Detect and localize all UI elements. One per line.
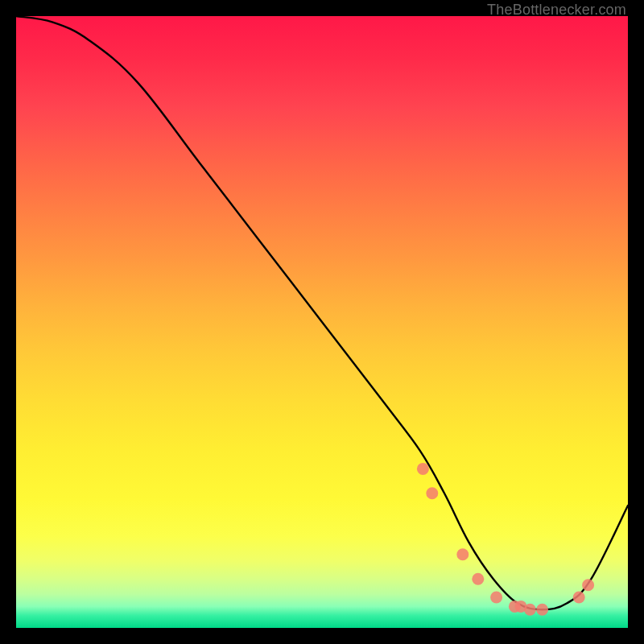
marker-dot (417, 463, 429, 475)
marker-dot (456, 548, 469, 560)
marker-dot (573, 592, 585, 604)
chart-svg (16, 16, 628, 628)
marker-dot (426, 487, 438, 499)
bottleneck-curve (16, 16, 628, 609)
marker-dot (472, 573, 484, 585)
outer-frame: TheBottlenecker.com (0, 0, 644, 644)
gradient-plot-area (16, 16, 628, 628)
marker-dot (536, 604, 548, 616)
marker-dot (524, 604, 536, 616)
marker-dot (490, 592, 502, 604)
marker-dot (582, 579, 594, 591)
